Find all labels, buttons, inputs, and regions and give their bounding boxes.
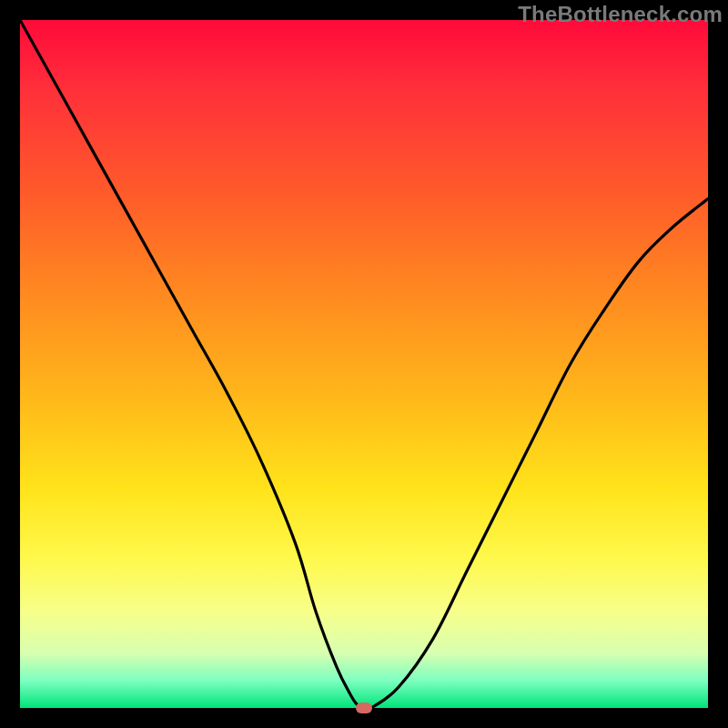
optimal-point-marker (356, 703, 372, 713)
bottleneck-curve (0, 0, 728, 728)
chart-frame: TheBottleneck.com (0, 0, 728, 728)
